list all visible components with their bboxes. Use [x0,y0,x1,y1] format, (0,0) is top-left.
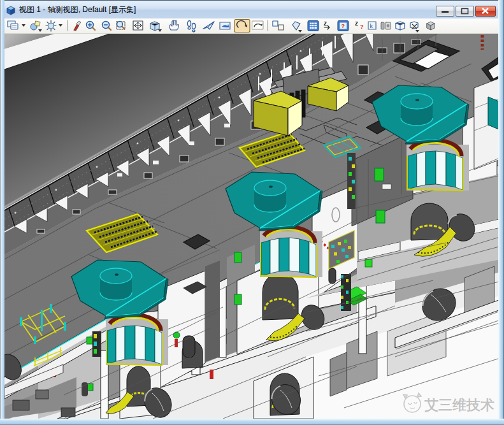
svg-text:艾三维技术: 艾三维技术 [424,397,494,413]
svg-text:?: ? [360,24,364,30]
svg-text:?: ? [342,23,345,29]
svg-text:z: z [324,20,327,27]
svg-text:z: z [355,20,358,27]
svg-text:k: k [370,23,373,29]
